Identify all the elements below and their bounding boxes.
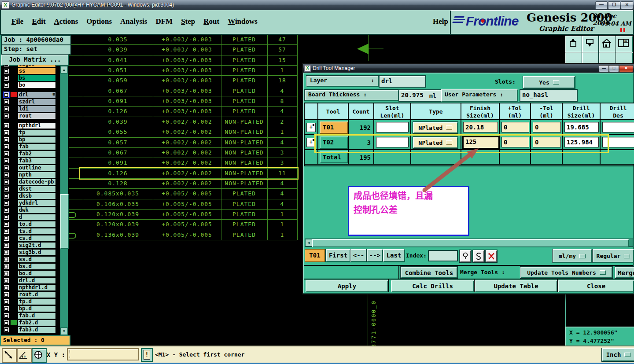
layer-row-bs[interactable]: bs — [0, 75, 69, 82]
layer-label[interactable]: ss — [18, 68, 56, 74]
screen-down-icon[interactable] — [582, 36, 600, 53]
dialog-close-icon[interactable]: ✕ — [619, 65, 633, 72]
units-inch-dropdown[interactable]: Inch — [602, 348, 634, 361]
layer-row-to.d[interactable]: to.d — [0, 221, 69, 228]
layer-row-dwk[interactable]: dwk — [0, 207, 69, 214]
layer-row-tp.d[interactable]: tp.d — [0, 298, 69, 305]
origin-grid-icon[interactable] — [32, 348, 47, 363]
layer-row-bp.d[interactable]: bp.d — [0, 305, 69, 313]
angle-icon[interactable]: α — [17, 348, 32, 363]
calc-drills-button[interactable]: Calc Drills — [391, 280, 474, 292]
slots-dropdown[interactable]: Yes — [523, 76, 575, 88]
close-button[interactable]: ✕ — [621, 1, 633, 9]
apply-button[interactable]: Apply — [306, 280, 388, 292]
slot-len-input[interactable] — [376, 122, 409, 132]
layer-row-sig3b.d[interactable]: sig3b.d — [0, 249, 69, 256]
layer-label[interactable]: tp — [18, 129, 56, 136]
menu-help[interactable]: Help — [433, 17, 448, 26]
layer-row-sig3b[interactable]: sig3b — [0, 65, 69, 68]
layer-row-ts.d[interactable]: ts.d — [0, 228, 69, 235]
layer-label[interactable]: npthdrl — [18, 122, 56, 129]
layer-label[interactable]: rout — [18, 113, 56, 119]
layer-checkbox[interactable] — [4, 243, 9, 248]
layer-checkbox[interactable] — [4, 257, 9, 262]
layer-checkbox[interactable] — [4, 285, 9, 290]
layer-row-dkst[interactable]: dkst — [0, 186, 69, 193]
layer-label[interactable]: bp — [18, 136, 56, 143]
menu-actions[interactable]: Actions — [52, 16, 80, 27]
layer-checkbox[interactable] — [4, 82, 9, 88]
layer-row-fab3.d[interactable]: fab3.d — [0, 327, 69, 334]
layer-checkbox[interactable] — [4, 75, 9, 81]
layer-checkbox[interactable] — [4, 186, 9, 192]
layer-row-fab2[interactable]: fab2 — [0, 151, 69, 158]
layer-row-bs.d[interactable]: bs.d — [0, 263, 69, 270]
layer-label[interactable]: ts.d — [18, 228, 56, 235]
menu-analysis[interactable]: Analysis — [118, 16, 149, 27]
menu-options[interactable]: Options — [85, 16, 114, 27]
layer-checkbox[interactable] — [4, 207, 9, 213]
layer-checkbox[interactable] — [4, 137, 9, 143]
minus-tol-input[interactable]: 0 — [533, 122, 561, 132]
layer-checkbox[interactable] — [4, 250, 9, 255]
pause-icon[interactable] — [623, 28, 625, 32]
clipboard-up-icon[interactable] — [565, 36, 583, 53]
prev-button[interactable]: <-- — [350, 249, 367, 262]
measure-icon[interactable] — [2, 348, 17, 363]
update-table-button[interactable]: Update Table — [475, 280, 557, 292]
layer-label[interactable]: dksb — [18, 193, 56, 199]
layer-label[interactable]: fab3.d — [18, 327, 56, 333]
layer-scrollbar[interactable]: ▲ ▼ — [60, 66, 68, 335]
layer-label[interactable]: outline — [18, 165, 56, 171]
layer-label[interactable]: fab2.d — [18, 320, 56, 326]
layer-checkbox[interactable] — [4, 313, 9, 319]
layer-label[interactable]: ldi — [18, 106, 56, 112]
layer-checkbox[interactable] — [4, 106, 9, 112]
pause-icon[interactable] — [620, 28, 622, 32]
layer-row-fab[interactable]: fab — [0, 143, 69, 151]
layer-row-drl.d[interactable]: drl.d — [0, 277, 69, 284]
minimize-button[interactable]: — — [595, 1, 608, 9]
layer-checkbox[interactable] — [4, 68, 9, 74]
layer-row-ydkdrl[interactable]: ydkdrl — [0, 200, 69, 207]
layer-label[interactable]: bs.d — [18, 263, 56, 270]
lamp-icon[interactable] — [460, 250, 471, 262]
layer-label[interactable]: ss.d — [18, 256, 56, 263]
layer-row-ldi[interactable]: ldi — [0, 106, 69, 113]
layer-checkbox[interactable] — [4, 172, 9, 178]
user-parameters-button[interactable]: User Parameters : — [441, 89, 518, 102]
menu-step[interactable]: Step — [179, 16, 197, 27]
combine-tools-button[interactable]: Combine Tools — [401, 267, 457, 278]
layer-label[interactable]: drl⊞ — [18, 92, 56, 98]
layer-row-npthdrl[interactable]: npthdrl — [0, 122, 69, 129]
layer-row-ss.d[interactable]: ss.d — [0, 256, 69, 263]
layer-label[interactable]: ydkdrl — [18, 200, 56, 206]
layer-label[interactable]: bp.d — [18, 305, 56, 312]
menu-file[interactable]: File — [10, 16, 25, 27]
layer-checkbox[interactable] — [4, 165, 9, 171]
layer-row-rout[interactable]: rout — [0, 113, 69, 120]
partial-icon[interactable] — [565, 52, 583, 63]
layer-checkbox[interactable] — [4, 271, 9, 276]
add-tool-button[interactable]: + — [306, 123, 316, 132]
layer-row-outline[interactable]: outline — [0, 165, 69, 172]
current-tool-chip[interactable]: T01 — [305, 249, 325, 262]
layer-checkbox[interactable] — [4, 179, 9, 185]
layer-row-sig2t.d[interactable]: sig2t.d — [0, 242, 69, 249]
layer-label[interactable]: rout.d — [18, 291, 56, 298]
scroll-left-icon[interactable]: ◀ — [305, 239, 312, 246]
layer-checkbox[interactable] — [4, 200, 9, 206]
layer-label[interactable]: cs.d — [18, 235, 56, 242]
merge-button[interactable]: Merge — [615, 267, 634, 278]
layer-checkbox[interactable] — [4, 151, 9, 157]
layer-label[interactable]: npth — [18, 172, 56, 178]
layer-label[interactable]: sig3b — [18, 65, 56, 67]
menu-dfm[interactable]: DFM — [154, 16, 174, 27]
layer-label[interactable]: dkst — [18, 186, 56, 192]
layer-checkbox[interactable] — [3, 92, 10, 98]
layer-row-tp[interactable]: tp — [0, 129, 69, 136]
dialog-maximize-button[interactable]: □ — [609, 65, 619, 72]
layer-row-npth[interactable]: npth — [0, 172, 69, 179]
layer-label[interactable]: npthdrl.d — [18, 284, 56, 291]
layer-checkbox[interactable] — [4, 65, 9, 67]
